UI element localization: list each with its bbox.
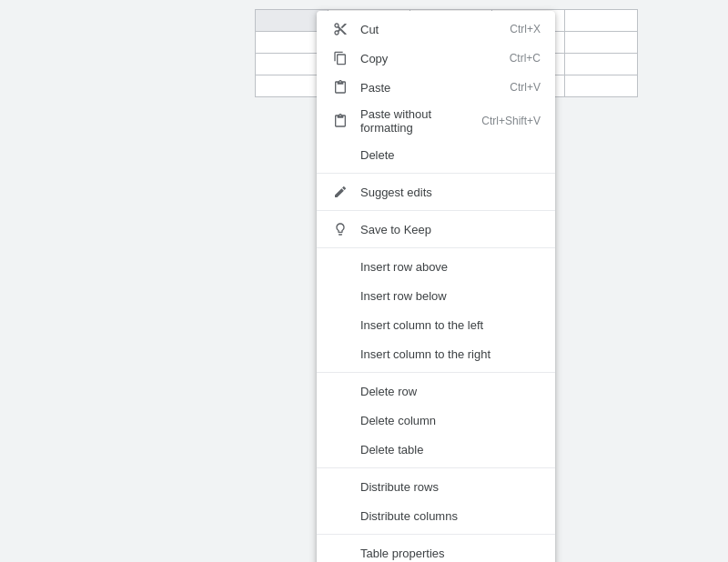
delete-label: Delete: [360, 148, 541, 162]
paste-no-format-label: Paste without formatting: [360, 107, 474, 135]
distribute-columns-label: Distribute columns: [360, 509, 541, 523]
divider-3: [317, 247, 555, 248]
menu-item-insert-col-right[interactable]: Insert column to the right: [317, 339, 555, 368]
delete-column-label: Delete column: [360, 414, 541, 427]
copy-icon: [331, 49, 349, 67]
cut-shortcut: Ctrl+X: [510, 23, 541, 35]
menu-item-delete-table[interactable]: Delete table: [317, 435, 555, 464]
table-cell[interactable]: [565, 54, 638, 75]
menu-item-insert-row-above[interactable]: Insert row above: [317, 252, 555, 281]
menu-item-suggest-edits[interactable]: Suggest edits: [317, 177, 555, 206]
pencil-box-icon: [331, 183, 349, 201]
menu-item-delete[interactable]: Delete: [317, 140, 555, 169]
menu-item-table-properties[interactable]: Table properties: [317, 538, 555, 562]
menu-item-insert-row-below[interactable]: Insert row below: [317, 281, 555, 310]
menu-item-paste[interactable]: Paste Ctrl+V: [317, 73, 555, 102]
cut-label: Cut: [360, 23, 502, 36]
table-cell[interactable]: [565, 75, 638, 97]
insert-row-above-label: Insert row above: [360, 260, 541, 274]
table-properties-label: Table properties: [360, 547, 541, 560]
table-cell[interactable]: [565, 32, 638, 54]
menu-item-distribute-columns[interactable]: Distribute columns: [317, 501, 555, 530]
paste-label: Paste: [360, 81, 502, 95]
insert-row-below-label: Insert row below: [360, 289, 541, 303]
divider-6: [317, 534, 555, 535]
suggest-edits-label: Suggest edits: [360, 186, 541, 199]
keep-icon: [331, 220, 349, 238]
copy-shortcut: Ctrl+C: [510, 52, 541, 65]
divider-2: [317, 210, 555, 211]
copy-label: Copy: [360, 52, 502, 65]
menu-item-delete-column[interactable]: Delete column: [317, 406, 555, 435]
table-cell[interactable]: [565, 10, 638, 32]
delete-table-label: Delete table: [360, 443, 541, 457]
insert-col-left-label: Insert column to the left: [360, 318, 541, 332]
divider-4: [317, 372, 555, 373]
paste-plain-icon: [331, 112, 349, 130]
menu-item-delete-row[interactable]: Delete row: [317, 376, 555, 406]
delete-row-label: Delete row: [360, 385, 541, 398]
paste-icon: [331, 78, 349, 96]
menu-item-cut[interactable]: Cut Ctrl+X: [317, 15, 555, 44]
menu-item-paste-no-format[interactable]: Paste without formatting Ctrl+Shift+V: [317, 102, 555, 140]
menu-item-copy[interactable]: Copy Ctrl+C: [317, 44, 555, 73]
paste-shortcut: Ctrl+V: [510, 81, 541, 94]
menu-item-insert-col-left[interactable]: Insert column to the left: [317, 310, 555, 339]
paste-no-format-shortcut: Ctrl+Shift+V: [481, 115, 541, 127]
divider-1: [317, 173, 555, 174]
context-menu: Cut Ctrl+X Copy Ctrl+C Paste Ctrl+V Past…: [317, 11, 555, 562]
menu-item-distribute-rows[interactable]: Distribute rows: [317, 472, 555, 501]
insert-col-right-label: Insert column to the right: [360, 347, 541, 361]
distribute-rows-label: Distribute rows: [360, 480, 541, 494]
menu-item-save-to-keep[interactable]: Save to Keep: [317, 215, 555, 244]
save-to-keep-label: Save to Keep: [360, 223, 541, 236]
scissors-icon: [331, 20, 349, 38]
divider-5: [317, 467, 555, 468]
